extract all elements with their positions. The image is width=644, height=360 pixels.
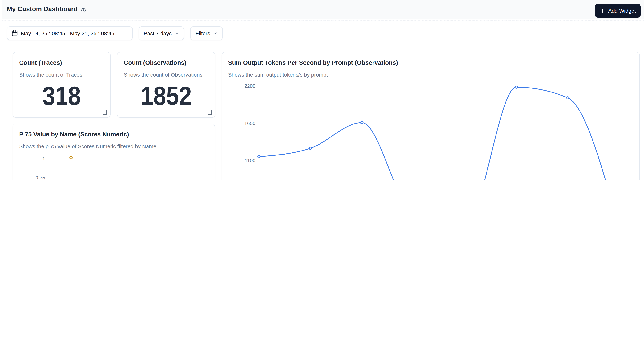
svg-text:1650: 1650: [244, 120, 256, 126]
svg-text:1: 1: [42, 156, 45, 162]
svg-text:1100: 1100: [245, 158, 256, 163]
svg-text:0.75: 0.75: [36, 175, 45, 180]
svg-text:2200: 2200: [244, 83, 256, 89]
